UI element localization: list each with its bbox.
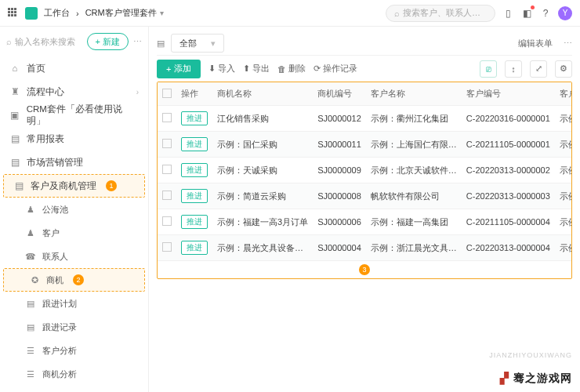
sidebar-item[interactable]: ▤产品报价管理 — [0, 386, 148, 392]
row-checkbox[interactable] — [162, 165, 172, 174]
row-checkbox[interactable] — [162, 139, 172, 148]
cell-code: SJ0000012 — [313, 106, 366, 132]
data-table: 操作商机名称商机编号客户名称客户编号客户联系人 推进 江化销售采购 SJ0000… — [157, 82, 572, 279]
nav-icon: ▤ — [9, 157, 20, 168]
column-header[interactable]: 商机名称 — [212, 82, 313, 106]
import-button[interactable]: ⬇导入 — [208, 63, 235, 74]
settings-icon[interactable]: ⚙ — [555, 60, 572, 78]
history-button[interactable]: ⟳操作记录 — [314, 63, 357, 74]
sidebar-item[interactable]: ☰客户分析 — [0, 339, 148, 362]
view-selector[interactable]: 全部 ▾ — [171, 34, 224, 53]
table-row: 推进 示例：国仁采购 SJ0000011 示例：上海国仁有限… C-202111… — [158, 132, 572, 158]
chevron-right-icon: › — [136, 88, 139, 96]
cell-code: SJ0000009 — [313, 158, 366, 183]
push-button[interactable]: 推进 — [181, 241, 208, 255]
filter-icon[interactable]: ⎚ — [480, 60, 497, 78]
cell-name[interactable]: 示例：简道云采购 — [212, 183, 313, 209]
expand-icon[interactable]: ⤢ — [530, 60, 547, 78]
sidebar-item[interactable]: ▤跟进计划 — [0, 292, 148, 315]
push-button[interactable]: 推进 — [181, 137, 208, 151]
push-button[interactable]: 推进 — [181, 163, 208, 177]
column-header[interactable]: 客户编号 — [462, 82, 555, 106]
apps-icon[interactable] — [8, 8, 19, 19]
cell-contact[interactable]: 示例：李清海 — [555, 158, 572, 183]
checkbox-all[interactable] — [162, 89, 172, 98]
cell-contact[interactable]: 示例：王宁 — [555, 209, 572, 235]
help-icon[interactable]: ? — [539, 7, 552, 20]
row-checkbox[interactable] — [162, 242, 172, 252]
cell-name[interactable]: 示例：晨光文具设备… — [212, 235, 313, 261]
sidebar-item[interactable]: ▣CRM套件「必看使用说明」 — [0, 103, 148, 127]
sidebar-item[interactable]: ♟公海池 — [0, 198, 148, 221]
sidebar-item[interactable]: ▤跟进记录 — [0, 315, 148, 339]
sort-icon[interactable]: ↕ — [505, 60, 522, 78]
edit-form-link[interactable]: 编辑表单 — [513, 36, 557, 51]
sidebar-item[interactable]: ♟客户 — [0, 221, 148, 245]
cell-customer[interactable]: 示例：北京天诚软件… — [366, 158, 462, 183]
sidebar-item[interactable]: ☎联系人 — [0, 245, 148, 268]
nav-label: 公海池 — [42, 204, 68, 216]
nav-label: 商机 — [46, 274, 63, 286]
download-icon: ⬇ — [208, 64, 216, 74]
row-checkbox[interactable] — [162, 216, 172, 226]
cell-name[interactable]: 示例：天诚采购 — [212, 158, 313, 183]
cell-customer-code: C-20220316-0000001 — [462, 106, 555, 132]
cell-customer[interactable]: 示例：浙江晨光文具… — [366, 235, 462, 261]
row-checkbox[interactable] — [162, 113, 172, 122]
nav-label: 联系人 — [42, 251, 68, 263]
cell-name[interactable]: 示例：国仁采购 — [212, 132, 313, 158]
upload-icon: ⬆ — [243, 64, 250, 74]
app-name[interactable]: CRM客户管理套件 — [85, 7, 157, 19]
chevron-down-icon[interactable]: ▾ — [160, 9, 164, 17]
column-header[interactable]: 商机编号 — [313, 82, 366, 106]
cell-customer[interactable]: 示例：上海国仁有限… — [366, 132, 462, 158]
nav-icon: ♟ — [25, 205, 36, 215]
add-label: 添加 — [174, 63, 191, 74]
sidebar-item[interactable]: ▤客户及商机管理1 — [3, 174, 145, 198]
watermark: ▞ 骞之游戏网 — [500, 372, 572, 386]
push-button[interactable]: 推进 — [181, 215, 208, 229]
sidebar-item[interactable]: ☰商机分析 — [0, 362, 148, 386]
sidebar-item[interactable]: ▤常用报表 — [0, 127, 148, 151]
sidebar-item[interactable]: ▤市场营销管理 — [0, 151, 148, 174]
column-header[interactable]: 操作 — [176, 82, 212, 106]
column-header[interactable]: 客户联系人 — [555, 82, 572, 106]
cell-name[interactable]: 示例：福建一高3月订单 — [212, 209, 313, 235]
export-button[interactable]: ⬆导出 — [243, 63, 270, 74]
sidebar-item[interactable]: ⌂首页 — [0, 56, 148, 80]
push-button[interactable]: 推进 — [181, 189, 208, 203]
cell-customer[interactable]: 帆软软件有限公司 — [366, 183, 462, 209]
cell-name[interactable]: 江化销售采购 — [212, 106, 313, 132]
nav-icon: ▤ — [9, 133, 20, 144]
bell-icon[interactable]: ◧ — [520, 7, 533, 20]
more-icon[interactable]: ⋯ — [564, 38, 572, 49]
sidebar-item[interactable]: ✪商机2 — [3, 268, 145, 292]
list-icon[interactable]: ▤ — [157, 38, 165, 49]
new-button[interactable]: + 新建 — [87, 33, 129, 50]
cell-contact[interactable]: 示例：王立 — [555, 183, 572, 209]
cell-contact[interactable]: 示例：刘晨 — [555, 235, 572, 261]
main-content: ▤ 全部 ▾ 编辑表单 ⋯ +添加 ⬇导入 ⬆导出 🗑删除 ⟳操作记录 ⎚ ↕ … — [149, 27, 580, 392]
column-header[interactable]: 客户名称 — [366, 82, 462, 106]
add-button[interactable]: +添加 — [157, 60, 201, 78]
avatar[interactable]: Y — [558, 6, 572, 20]
push-button[interactable]: 推进 — [181, 111, 208, 125]
cell-customer[interactable]: 示例：衢州江化集团 — [366, 106, 462, 132]
nav-icon: ⌂ — [9, 64, 20, 73]
cell-code: SJ0000011 — [313, 132, 366, 158]
column-header[interactable] — [158, 82, 176, 106]
nav-label: 客户及商机管理 — [31, 180, 96, 192]
sidebar-search-input[interactable]: ⌕ 输入名称来搜索 — [6, 33, 82, 50]
book-icon[interactable]: ▯ — [502, 7, 514, 20]
row-checkbox[interactable] — [162, 191, 172, 200]
delete-button[interactable]: 🗑删除 — [277, 63, 306, 74]
nav-label: 流程中心 — [27, 86, 64, 98]
global-search-input[interactable]: ⌕ 搜索客户、联系人… — [386, 5, 495, 22]
sidebar-item[interactable]: ♜流程中心› — [0, 80, 148, 103]
cell-contact[interactable]: 示例：王倩 — [555, 132, 572, 158]
trash-icon: 🗑 — [277, 64, 286, 74]
more-icon[interactable]: ⋯ — [133, 37, 142, 47]
workspace-label[interactable]: 工作台 — [44, 7, 70, 19]
cell-customer[interactable]: 示例：福建一高集团 — [366, 209, 462, 235]
cell-contact[interactable]: 示例：赵仁民 — [555, 106, 572, 132]
